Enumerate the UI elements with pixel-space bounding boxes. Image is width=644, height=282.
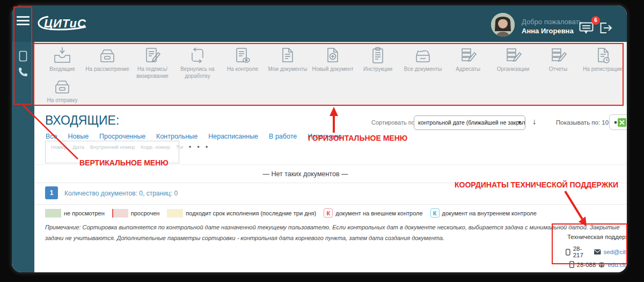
page-title: ВХОДЯЩИЕ: xyxy=(45,113,119,128)
legend-label: документ на внешнем контроле xyxy=(335,210,422,216)
filter-all[interactable]: Все xyxy=(46,133,57,140)
show-per-page-label: Показывать по: 10 xyxy=(556,119,609,126)
tablet-icon[interactable] xyxy=(12,50,34,64)
support-phone-2: 28-088 xyxy=(577,262,596,268)
top-header: ЦИТиС Добро пожаловать Анна Игоревна xyxy=(12,5,627,42)
hmenu-item-label: Организации xyxy=(491,66,536,73)
messages-icon[interactable] xyxy=(579,21,594,37)
greeting-text: Добро пожаловать xyxy=(522,18,582,26)
hmenu-item-returned[interactable]: Вернулись на доработку xyxy=(175,46,220,79)
hmenu-item-for-registration[interactable]: На регистрацию xyxy=(581,46,626,79)
archive-box-icon xyxy=(97,46,118,64)
hmenu-item-label: Вернулись на доработку xyxy=(175,66,220,79)
globe-icon xyxy=(598,262,605,268)
documents-count: Количество документов: 0, страниц: 0 xyxy=(64,190,178,197)
hmenu-item-label: На регистрацию xyxy=(581,66,626,73)
list-pencil-icon xyxy=(547,46,569,64)
hmenu-item-for-review[interactable]: На рассмотрение xyxy=(85,46,130,79)
phone-icon[interactable] xyxy=(12,67,34,79)
legend-swatch-overdue xyxy=(112,209,128,218)
citis-logo[interactable]: ЦИТиС xyxy=(36,12,96,35)
document-pencil-icon xyxy=(142,46,163,64)
mobile-phone-icon xyxy=(569,261,574,268)
notification-badge: 6 xyxy=(591,16,600,25)
hmenu-item-reports[interactable]: Отчеты xyxy=(536,46,581,79)
hmenu-item-for-signing[interactable]: На подпись/ визирование xyxy=(130,46,175,79)
col-tag: Тэг xyxy=(176,144,184,150)
page-1-button[interactable]: 1 xyxy=(45,186,58,199)
hmenu-item-on-control[interactable]: На контроле xyxy=(220,46,265,79)
note-text: Примечание: Сортировка выполняется по ко… xyxy=(45,222,627,244)
filter-unassigned[interactable]: Нерасписанные xyxy=(208,133,258,140)
annotation-label-horizontal-menu: ГОРИЗОНТАЛЬНОЕ МЕНЮ xyxy=(308,134,407,142)
tech-support-box: Техническая поддержка 28-217 sed@citis.r… xyxy=(566,230,627,271)
document-clock-icon xyxy=(592,46,614,64)
filter-new[interactable]: Новые xyxy=(68,133,89,140)
vertical-menu xyxy=(12,42,34,272)
hmenu-item-label: Все документы xyxy=(400,66,445,73)
horizontal-menu: Входящие На рассмотрение xyxy=(34,42,627,105)
hmenu-item-my-documents[interactable]: Мои документы xyxy=(265,46,310,79)
legend-label: не просмотрен xyxy=(64,210,105,216)
filter-in-progress[interactable]: В работе xyxy=(269,133,297,140)
hmenu-item-incoming[interactable]: Входящие xyxy=(40,46,85,79)
hmenu-item-organizations[interactable]: Организации xyxy=(491,46,536,79)
col-number: Номер xyxy=(51,144,67,150)
hmenu-item-addressees[interactable]: Адресаты xyxy=(445,46,491,79)
chevron-down-icon: ▼ xyxy=(517,116,522,129)
col-internal-number: Внутренний номер xyxy=(90,144,135,150)
sort-by-label: Сортировать по: xyxy=(371,119,416,126)
tech-support-title: Техническая поддержка xyxy=(566,234,627,240)
support-site-link[interactable]: edu.citis.ru xyxy=(608,262,627,268)
hmenu-item-label: На подпись/ визирование xyxy=(130,66,175,79)
filter-control[interactable]: Контрольные xyxy=(156,133,197,140)
hmenu-item-label: Новый документ xyxy=(310,66,355,73)
list-pencil-icon xyxy=(502,46,524,64)
logout-icon[interactable] xyxy=(599,21,613,37)
export-excel-button[interactable] xyxy=(609,114,627,130)
legend-label: подходит срок исполнения (последние три … xyxy=(186,210,316,216)
legend-swatch-due-soon xyxy=(167,209,183,218)
empty-state-message: — Нет таких документов — xyxy=(34,170,576,178)
annotation-label-support: КООРДИНАТЫ ТЕХНИЧЕСКОЙ ПОДДЕРЖКИ xyxy=(455,180,618,189)
logo-text: ЦИТиС xyxy=(44,17,86,31)
hmenu-item-label: Адресаты xyxy=(445,66,491,73)
hmenu-item-label: На отправку xyxy=(40,97,85,104)
avatar[interactable] xyxy=(491,13,515,37)
hmenu-item-label: Входящие xyxy=(40,66,85,73)
filter-overdue[interactable]: Просроченные xyxy=(99,133,145,140)
document-eye-icon xyxy=(232,46,253,64)
sort-direction-button[interactable]: ↓ xyxy=(532,117,537,126)
hamburger-menu-icon[interactable] xyxy=(17,16,30,25)
hmenu-item-new-document[interactable]: Новый документ xyxy=(310,46,355,79)
legend-label: просрочен xyxy=(131,210,160,216)
legend-label: документ на внутреннем контроле xyxy=(442,210,537,216)
show-per-page-select[interactable]: Показывать по: 10 ▼ xyxy=(556,119,614,126)
hmenu-item-label: Отчеты xyxy=(536,66,581,73)
sort-by-select[interactable]: контрольной дате (ближайшей не закрытой)… xyxy=(414,115,525,130)
support-phone-1: 28-217 xyxy=(573,245,591,258)
list-pencil-icon xyxy=(457,46,479,64)
legend-badge-external-control: К xyxy=(324,208,333,218)
col-corr-number: Корр. номер xyxy=(141,144,170,150)
archive-box-icon xyxy=(52,77,73,96)
ellipsis-menu[interactable]: • • • xyxy=(189,143,210,151)
document-plus-icon xyxy=(322,46,343,64)
hmenu-item-label: Инструкции xyxy=(355,66,400,73)
hmenu-item-label: На контроле xyxy=(220,66,265,73)
col-date: Дата xyxy=(73,144,84,150)
support-email-link[interactable]: sed@citis.ru xyxy=(604,249,627,255)
clipboard-icon xyxy=(367,46,389,64)
excel-icon xyxy=(613,118,627,127)
filter-tabs: Все Новые Просроченные Контрольные Нерас… xyxy=(46,133,342,140)
hmenu-item-all-documents[interactable]: Все документы xyxy=(400,46,445,79)
user-name: Анна Игоревна xyxy=(522,27,574,35)
hmenu-item-for-sending[interactable]: На отправку xyxy=(40,77,85,104)
hmenu-item-instructions[interactable]: Инструкции xyxy=(355,46,400,79)
annotation-label-vertical-menu: ВЕРТИКАЛЬНОЕ МЕНЮ xyxy=(79,158,169,167)
hmenu-item-label: Мои документы xyxy=(265,66,310,73)
mobile-phone-icon xyxy=(566,249,570,256)
envelope-icon xyxy=(594,249,601,255)
legend-badge-internal-control: К xyxy=(430,208,440,218)
annotated-screenshot: ЦИТиС Добро пожаловать Анна Игоревна xyxy=(0,0,644,282)
